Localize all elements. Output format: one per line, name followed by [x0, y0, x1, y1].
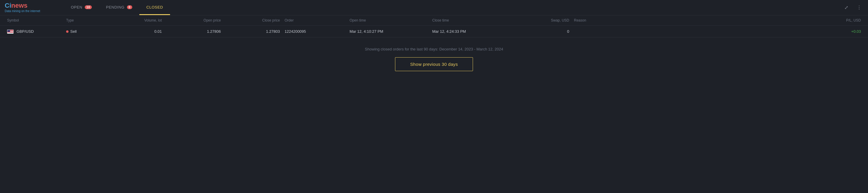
symbol-cell: GBP/USD: [7, 29, 61, 34]
tab-closed-label: CLOSED: [147, 5, 163, 9]
menu-icon: ⋮: [857, 5, 862, 10]
table-row: GBP/USD Sell 0.01 1.27806 1.27803 122420…: [0, 26, 868, 37]
col-header-close-price: Close price: [223, 18, 282, 23]
tab-pending-badge: 0: [127, 5, 132, 9]
cell-open-price: 1.27806: [164, 29, 223, 34]
col-header-type: Type: [64, 18, 105, 23]
tab-pending[interactable]: PENDING 0: [99, 0, 140, 15]
header-actions: ⤢ ⋮: [842, 4, 863, 12]
cell-close-time: Mar 12, 4:24:33 PM: [430, 29, 513, 34]
tab-open-badge: 10: [85, 5, 92, 9]
cell-volume: 0.01: [105, 29, 164, 34]
tab-pending-label: PENDING: [106, 5, 125, 9]
cell-order: 1224200095: [282, 29, 347, 34]
menu-button[interactable]: ⋮: [855, 4, 863, 12]
col-header-close-time: Close time: [430, 18, 513, 23]
logo-ci: Ci: [5, 2, 11, 9]
logo-area: Cinews Data mining on the internet: [5, 2, 52, 13]
app-container: Cinews Data mining on the internet OPEN …: [0, 0, 868, 193]
cell-open-time: Mar 12, 4:10:27 PM: [347, 29, 430, 34]
logo-subtitle: Data mining on the internet: [5, 9, 52, 13]
col-header-open-price: Open price: [164, 18, 223, 23]
cell-type: Sell: [64, 29, 105, 34]
col-header-pl: P/L, USD: [828, 18, 863, 23]
header: Cinews Data mining on the internet OPEN …: [0, 0, 868, 15]
expand-icon: ⤢: [844, 5, 848, 10]
col-header-order: Order: [282, 18, 347, 23]
tab-open-label: OPEN: [71, 5, 82, 9]
nav-tabs: OPEN 10 PENDING 0 CLOSED: [64, 0, 170, 15]
flag-icon: [7, 30, 13, 34]
expand-button[interactable]: ⤢: [842, 4, 850, 12]
cell-swap: 0: [513, 29, 571, 34]
cell-close-price: 1.27803: [223, 29, 282, 34]
col-header-symbol: Symbol: [5, 18, 64, 23]
col-header-open-time: Open time: [347, 18, 430, 23]
logo-news: news: [11, 2, 27, 9]
logo-text: Cinews: [5, 2, 52, 9]
cell-symbol: GBP/USD: [5, 29, 64, 34]
tab-open[interactable]: OPEN 10: [64, 0, 99, 15]
sell-indicator: [66, 30, 68, 33]
symbol-text: GBP/USD: [17, 29, 34, 34]
type-text: Sell: [70, 29, 77, 34]
tab-closed[interactable]: CLOSED: [140, 0, 170, 15]
table-header: Symbol Type Volume, lot Open price Close…: [0, 15, 868, 26]
col-header-reason: Reason: [571, 18, 828, 23]
info-text: Showing closed orders for the last 90 da…: [365, 47, 503, 51]
info-section: Showing closed orders for the last 90 da…: [0, 37, 868, 76]
show-previous-button[interactable]: Show previous 30 days: [395, 57, 473, 71]
cell-pl: +0.03: [828, 29, 863, 34]
col-header-swap: Swap, USD: [513, 18, 571, 23]
type-cell: Sell: [66, 29, 103, 34]
col-header-volume: Volume, lot: [105, 18, 164, 23]
